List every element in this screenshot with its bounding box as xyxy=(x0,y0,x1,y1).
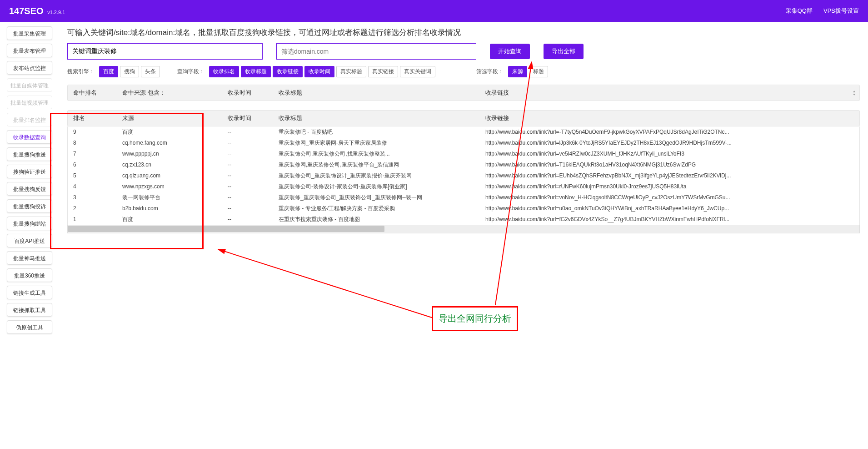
cell-source: 百度 xyxy=(120,128,226,136)
engine-tag-1[interactable]: 搜狗 xyxy=(120,66,139,77)
table-row[interactable]: 6cq.zx123.cn--重庆装修网,重庆装修公司,重庆装修平台_装信通网ht… xyxy=(68,159,859,170)
table-row[interactable]: 9百度--重庆装修吧 - 百度贴吧http://www.baidu.com/li… xyxy=(68,126,859,137)
cell-title: 重庆装修 - 专业服务/工程/解决方案 - 百度爱采购 xyxy=(277,205,484,212)
sidebar-item-10[interactable]: 批量搜狗投诉 xyxy=(7,199,52,213)
sidebar-item-3[interactable]: 批量自媒体管理 xyxy=(7,78,52,92)
cell-title: 重庆装修网_重庆家居网-房天下重庆家居装修 xyxy=(277,139,484,147)
hit-col-time: 收录时间 xyxy=(226,89,277,97)
field-tag-1[interactable]: 收录标题 xyxy=(241,66,271,77)
keyword-input[interactable] xyxy=(67,43,263,60)
cell-rank: 9 xyxy=(71,129,120,135)
filterf-tag-0[interactable]: 来源 xyxy=(508,66,527,77)
sidebar-item-4[interactable]: 批量短视频管理 xyxy=(7,96,52,109)
sidebar-item-2[interactable]: 发布站点监控 xyxy=(7,61,52,75)
toplink-vps[interactable]: VPS拨号设置 xyxy=(823,7,859,15)
col-source: 来源 xyxy=(120,114,226,122)
cell-time: -- xyxy=(226,151,277,157)
cell-source: cq.qizuang.com xyxy=(120,172,226,179)
sidebar-item-13[interactable]: 批量神马推送 xyxy=(7,251,52,265)
cell-source: cq.zx123.cn xyxy=(120,161,226,168)
cell-link: http://www.baidu.com/link?url=ve5l4RZIw0… xyxy=(484,151,856,157)
cell-rank: 8 xyxy=(71,140,120,146)
col-title: 收录标题 xyxy=(277,114,484,122)
spinner-icon[interactable]: ▲▼ xyxy=(853,90,856,96)
sidebar-item-16[interactable]: 链接抓取工具 xyxy=(7,303,52,317)
cell-time: -- xyxy=(226,216,277,222)
sidebar-item-15[interactable]: 链接生成工具 xyxy=(7,286,52,299)
brand: 147SEO v1.2.9.1 xyxy=(9,6,65,16)
engine-tag-0[interactable]: 百度 xyxy=(99,66,118,77)
cell-rank: 6 xyxy=(71,161,120,168)
sidebar-item-12[interactable]: 百度API推送 xyxy=(7,234,52,247)
sidebar-item-0[interactable]: 批量采集管理 xyxy=(7,26,52,40)
table-row[interactable]: 2b2b.baidu.com--重庆装修 - 专业服务/工程/解决方案 - 百度… xyxy=(68,203,859,214)
hit-col-rank: 命中排名 xyxy=(71,89,120,97)
cell-rank: 7 xyxy=(71,151,120,157)
table-row[interactable]: 8cq.home.fang.com--重庆装修网_重庆家居网-房天下重庆家居装修… xyxy=(68,137,859,148)
sidebar-item-7[interactable]: 批量搜狗推送 xyxy=(7,147,52,161)
cell-title: 重庆装修公司_重庆装饰设计_重庆家装报价-重庆齐装网 xyxy=(277,172,484,180)
engine-tag-2[interactable]: 头条 xyxy=(141,66,160,77)
cell-time: -- xyxy=(226,183,277,190)
table-row[interactable]: 3装一网装修平台--重庆装修_重庆装修公司_重庆装饰公司_重庆装修网--装一网h… xyxy=(68,192,859,203)
cell-source: cq.home.fang.com xyxy=(120,140,226,146)
table-row[interactable]: 4www.npzxgs.com--重庆装修公司-装修设计-家装公司-重庆装修库[… xyxy=(68,181,859,192)
field-label: 查询字段： xyxy=(177,68,205,76)
sidebar-item-8[interactable]: 搜狗验证推送 xyxy=(7,165,52,178)
table-row[interactable]: 1百度--在重庆市搜索重庆装修 - 百度地图http://www.baidu.c… xyxy=(68,214,859,225)
field-tag-5[interactable]: 真实链接 xyxy=(368,66,398,77)
field-tag-4[interactable]: 真实标题 xyxy=(336,66,366,77)
brand-name: 147SEO xyxy=(9,6,44,16)
query-button[interactable]: 开始查询 xyxy=(490,44,530,59)
cell-title: 在重庆市搜索重庆装修 - 百度地图 xyxy=(277,216,484,223)
col-link: 收录链接 xyxy=(484,114,856,122)
cell-link: http://www.baidu.com/link?url=u0ao_omkNT… xyxy=(484,205,856,212)
cell-time: -- xyxy=(226,205,277,212)
hit-col-link: 收录链接 xyxy=(484,89,856,97)
cell-link: http://www.baidu.com/link?url=-T7tyQ5n4D… xyxy=(484,129,856,135)
hit-col-title: 收录标题 xyxy=(277,89,484,97)
horizontal-scrollbar[interactable] xyxy=(67,225,860,233)
field-tag-3[interactable]: 收录时间 xyxy=(304,66,334,77)
cell-title: 重庆装修网,重庆装修公司,重庆装修平台_装信通网 xyxy=(277,161,484,169)
sidebar-item-5[interactable]: 批量排名监控 xyxy=(7,113,52,126)
cell-source: 百度 xyxy=(120,216,226,223)
field-tag-6[interactable]: 真实关键词 xyxy=(400,66,435,77)
svg-line-0 xyxy=(218,249,432,318)
cell-time: -- xyxy=(226,140,277,146)
brand-ver: v1.2.9.1 xyxy=(47,10,65,15)
description: 可输入关键词/site:域名/domain:域名，批量抓取百度搜狗收录链接，可通… xyxy=(67,27,860,38)
cell-link: http://www.baidu.com/link?url=T16kiEAQUk… xyxy=(484,161,856,168)
export-button[interactable]: 导出全部 xyxy=(544,44,584,59)
sidebar-item-1[interactable]: 批量发布管理 xyxy=(7,44,52,57)
cell-title: 重庆装饰公司,重庆装修公司,找重庆装修整装... xyxy=(277,150,484,158)
sidebar-item-11[interactable]: 批量搜狗绑站 xyxy=(7,217,52,230)
field-tag-2[interactable]: 收录链接 xyxy=(273,66,303,77)
table-row[interactable]: 7www.pppppj.cn--重庆装饰公司,重庆装修公司,找重庆装修整装...… xyxy=(68,148,859,159)
cell-source: b2b.baidu.com xyxy=(120,205,226,212)
cell-link: http://www.baidu.com/link?url=EUhb4sZQhS… xyxy=(484,172,856,179)
filter-row: 搜索引擎： 百度搜狗头条 查询字段： 收录排名收录标题收录链接收录时间真实标题真… xyxy=(67,66,860,77)
table-body: 9百度--重庆装修吧 - 百度贴吧http://www.baidu.com/li… xyxy=(67,126,860,225)
sidebar-item-14[interactable]: 批量360推送 xyxy=(7,268,52,282)
toplink-qq[interactable]: 采集QQ群 xyxy=(786,7,813,15)
cell-rank: 5 xyxy=(71,172,120,179)
cell-rank: 3 xyxy=(71,194,120,201)
cell-link: http://www.baidu.com/link?url=lJp3k6k-0Y… xyxy=(484,140,856,146)
cell-rank: 4 xyxy=(71,183,120,190)
filter-input[interactable] xyxy=(276,43,476,60)
hit-header: 命中排名 命中来源 包含： 收录时间 收录标题 收录链接 ▲▼ xyxy=(67,85,860,101)
sidebar-item-6[interactable]: 收录数据查询 xyxy=(7,130,52,144)
sidebar-item-17[interactable]: 伪原创工具 xyxy=(7,320,52,334)
filterf-tag-1[interactable]: 标题 xyxy=(529,66,548,77)
cell-time: -- xyxy=(226,129,277,135)
col-rank: 排名 xyxy=(71,114,120,122)
cell-time: -- xyxy=(226,194,277,201)
cell-rank: 2 xyxy=(71,205,120,212)
cell-title: 重庆装修_重庆装修公司_重庆装饰公司_重庆装修网--装一网 xyxy=(277,194,484,202)
table-row[interactable]: 5cq.qizuang.com--重庆装修公司_重庆装饰设计_重庆家装报价-重庆… xyxy=(68,170,859,181)
sidebar-item-9[interactable]: 批量搜狗反馈 xyxy=(7,182,52,196)
field-tag-0[interactable]: 收录排名 xyxy=(209,66,239,77)
cell-source: www.npzxgs.com xyxy=(120,183,226,190)
col-time: 收录时间 xyxy=(226,114,277,122)
